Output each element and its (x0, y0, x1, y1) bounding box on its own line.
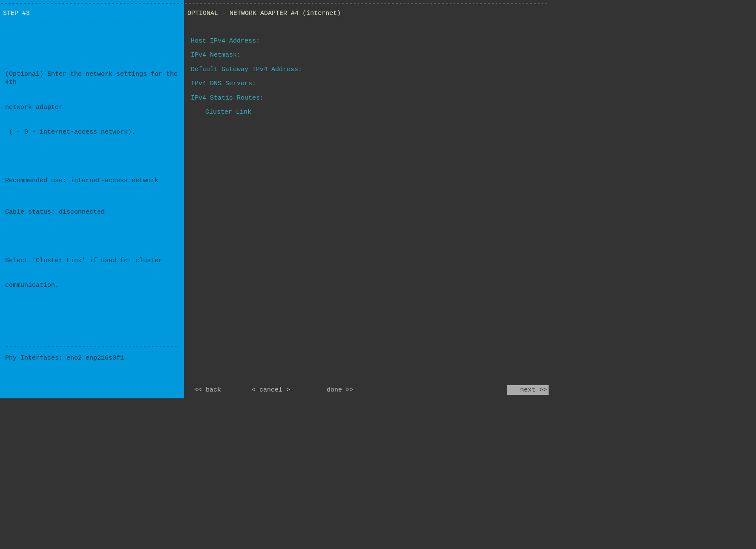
dash-line-top: ----------------------------------------… (0, 0, 184, 9)
left-content: (Optional) Enter the network settings fo… (0, 27, 184, 386)
right-header: ----------------------------------------… (184, 0, 549, 27)
right-dash-top: ----------------------------------------… (184, 0, 549, 9)
cluster-link-hint: Select 'Cluster Link' if used for cluste… (5, 240, 179, 306)
gateway-label: Default Gateway IPv4 Address: (191, 66, 302, 74)
dns-row[interactable]: IPv4 DNS Servers: (191, 80, 545, 88)
routes-label: IPv4 Static Routes: (191, 94, 264, 103)
right-dash-mid: ----------------------------------------… (184, 18, 549, 27)
dns-label: IPv4 DNS Servers: (191, 80, 256, 88)
cluster-hint-line-2: communication. (5, 281, 179, 290)
intro-line-2: network adapter - (5, 103, 179, 112)
dash-line-bottom: ----------------------------------------… (5, 343, 179, 351)
panel-title: OPTIONAL - NETWORK ADAPTER #4 (internet) (184, 9, 549, 19)
recommended-use: Recommended use: internet-access network (5, 177, 179, 185)
intro-line-3: ( - 0 - internet-access network). (5, 128, 179, 137)
back-button[interactable]: << back (191, 385, 224, 395)
netmask-label: IPv4 Netmask: (191, 51, 241, 60)
cable-status: Cable status: disconnected (5, 208, 179, 217)
left-header: ----------------------------------------… (0, 0, 184, 27)
intro-line-1: (Optional) Enter the network settings fo… (5, 70, 179, 87)
checkbox-icon[interactable] (191, 108, 204, 117)
phy-interfaces: Phy Interfaces: eno2 enp216s0f1 (5, 354, 179, 363)
right-form-pane: ----------------------------------------… (184, 0, 549, 398)
cancel-button[interactable]: < cancel > (248, 385, 293, 395)
intro-paragraph: (Optional) Enter the network settings fo… (5, 54, 179, 153)
dash-line-mid: ----------------------------------------… (0, 18, 184, 27)
form-content: Host IPv4 Address: IPv4 Netmask: Default… (184, 27, 549, 117)
step-title: STEP #3 (0, 9, 184, 19)
cluster-hint-line-1: Select 'Cluster Link' if used for cluste… (5, 257, 179, 265)
cluster-link-checkbox-row[interactable]: Cluster Link (191, 108, 545, 117)
nav-bar: << back < cancel > done >> next >> (184, 385, 549, 395)
netmask-row[interactable]: IPv4 Netmask: (191, 51, 545, 60)
done-button[interactable]: done >> (323, 385, 357, 395)
left-info-pane: ----------------------------------------… (0, 0, 184, 398)
next-button[interactable]: next >> (507, 385, 549, 395)
cluster-link-label: Cluster Link (204, 108, 251, 117)
host-ip-row[interactable]: Host IPv4 Address: (191, 37, 545, 46)
gateway-row[interactable]: Default Gateway IPv4 Address: (191, 66, 545, 74)
routes-row[interactable]: IPv4 Static Routes: (191, 94, 545, 103)
host-ip-label: Host IPv4 Address: (191, 37, 260, 46)
